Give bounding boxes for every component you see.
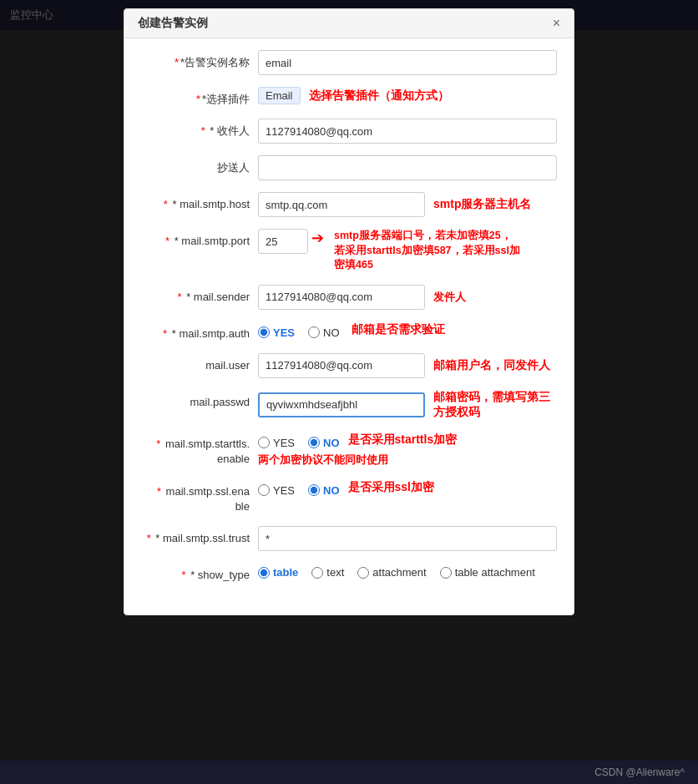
ssl-radio-group: YES NO [258, 479, 340, 497]
smtp-port-row: * * mail.smtp.port ➔ smtp服务器端口号，若未加密填25，… [141, 229, 557, 273]
arrow-right-icon: ➔ [311, 229, 324, 247]
smtp-auth-no-radio[interactable] [308, 326, 320, 338]
cc-input[interactable] [258, 155, 557, 180]
show-type-table-attachment-radio[interactable] [440, 567, 452, 579]
ssl-yes-option[interactable]: YES [258, 484, 295, 497]
ssl-yes-radio[interactable] [258, 484, 270, 496]
overlay: 创建告警实例 × **告警实例名称 **选择插件 Email 选择告警插件（通知… [0, 0, 698, 784]
ssl-trust-label: * * mail.smtp.ssl.trust [141, 526, 258, 546]
starttls-no-option[interactable]: NO [308, 437, 340, 449]
sender-label: * * mail.sender [141, 285, 258, 305]
show-type-table-attachment-option[interactable]: table attachment [440, 566, 535, 579]
ssl-no-option[interactable]: NO [308, 484, 340, 497]
show-type-group: table text attachment table attachment [258, 563, 535, 579]
starttls-no-radio[interactable] [308, 437, 320, 448]
sender-input[interactable] [258, 285, 425, 310]
plugin-annotation: 选择告警插件（通知方式） [309, 89, 449, 104]
receiver-row: * * 收件人 [141, 119, 557, 144]
starttls-yes-option[interactable]: YES [258, 437, 295, 449]
alert-name-row: **告警实例名称 [141, 50, 557, 75]
smtp-port-annotation: smtp服务器端口号，若未加密填25， 若采用starttls加密填587，若采… [334, 229, 520, 273]
smtp-host-input[interactable] [258, 192, 425, 217]
smtp-auth-row: * * mail.smtp.auth YES NO 邮箱是否需求验证 [141, 321, 557, 341]
dialog-title: 创建告警实例 [138, 16, 208, 31]
bottom-bar: CSDN @Alienware^ [0, 761, 698, 784]
starttls-note: 两个加密协议不能同时使用 [258, 453, 557, 468]
required-star: * [174, 56, 179, 68]
starttls-label: * mail.smtp.starttls.enable [141, 432, 258, 467]
alert-name-input[interactable] [258, 50, 557, 75]
show-type-table-radio[interactable] [258, 567, 270, 579]
mail-user-annotation: 邮箱用户名，同发件人 [433, 358, 550, 373]
dialog-close-button[interactable]: × [553, 17, 560, 30]
show-type-label: * * show_type [141, 563, 258, 583]
dialog: 创建告警实例 × **告警实例名称 **选择插件 Email 选择告警插件（通知… [124, 8, 574, 615]
smtp-host-row: * * mail.smtp.host smtp服务器主机名 [141, 192, 557, 217]
plugin-label: **选择插件 [141, 87, 258, 107]
smtp-auth-annotation: 邮箱是否需求验证 [352, 322, 445, 337]
receiver-input[interactable] [258, 119, 557, 144]
dialog-header: 创建告警实例 × [124, 9, 574, 38]
ssl-row: * mail.smtp.ssl.enable YES NO 是否采用ssl加密 [141, 479, 557, 514]
sender-annotation: 发件人 [433, 290, 466, 305]
smtp-port-input[interactable] [258, 229, 308, 254]
show-type-attachment-option[interactable]: attachment [357, 566, 426, 579]
mail-user-label: mail.user [141, 353, 258, 373]
smtp-auth-yes-radio[interactable] [258, 326, 270, 338]
mail-passwd-annotation: 邮箱密码，需填写第三方授权码 [433, 390, 557, 420]
mail-passwd-row: mail.passwd 邮箱密码，需填写第三方授权码 [141, 390, 557, 420]
show-type-attachment-radio[interactable] [357, 567, 369, 579]
receiver-label: * * 收件人 [141, 119, 258, 139]
starttls-yes-radio[interactable] [258, 437, 270, 448]
bottom-bar-label: CSDN @Alienware^ [594, 766, 685, 778]
plugin-row: **选择插件 Email 选择告警插件（通知方式） [141, 87, 557, 107]
starttls-row: * mail.smtp.starttls.enable YES NO [141, 432, 557, 468]
starttls-annotation: 是否采用starttls加密 [348, 432, 458, 448]
smtp-port-label: * * mail.smtp.port [141, 229, 258, 249]
show-type-text-option[interactable]: text [311, 566, 344, 579]
mail-user-row: mail.user 邮箱用户名，同发件人 [141, 353, 557, 378]
starttls-radio-group: YES NO [258, 432, 340, 449]
cc-row: 抄送人 [141, 155, 557, 180]
smtp-auth-no-option[interactable]: NO [308, 326, 340, 339]
show-type-text-radio[interactable] [311, 567, 323, 579]
mail-passwd-input[interactable] [258, 392, 425, 417]
alert-name-label: **告警实例名称 [141, 50, 258, 70]
ssl-label: * mail.smtp.ssl.enable [141, 479, 258, 514]
ssl-trust-input[interactable] [258, 526, 557, 551]
mail-passwd-label: mail.passwd [141, 390, 258, 410]
cc-label: 抄送人 [141, 155, 258, 175]
plugin-select-area: Email 选择告警插件（通知方式） [258, 87, 449, 104]
smtp-auth-label: * * mail.smtp.auth [141, 321, 258, 341]
smtp-host-label: * * mail.smtp.host [141, 192, 258, 212]
ssl-no-radio[interactable] [308, 484, 320, 496]
plugin-tag[interactable]: Email [258, 87, 301, 104]
dialog-body: **告警实例名称 **选择插件 Email 选择告警插件（通知方式） * * 收… [124, 38, 574, 606]
show-type-table-option[interactable]: table [258, 566, 298, 579]
sender-row: * * mail.sender 发件人 [141, 285, 557, 310]
mail-user-input[interactable] [258, 353, 425, 378]
show-type-row: * * show_type table text attachment [141, 563, 557, 583]
ssl-trust-row: * * mail.smtp.ssl.trust [141, 526, 557, 551]
smtp-auth-yes-option[interactable]: YES [258, 326, 295, 339]
smtp-auth-radio-group: YES NO [258, 321, 340, 339]
smtp-host-annotation: smtp服务器主机名 [433, 197, 531, 212]
ssl-annotation: 是否采用ssl加密 [348, 480, 434, 495]
